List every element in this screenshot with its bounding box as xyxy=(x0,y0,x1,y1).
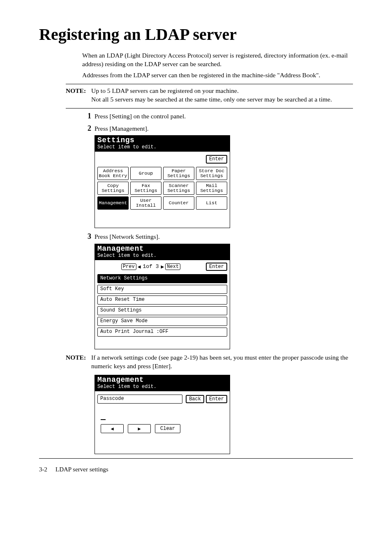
settings-item[interactable]: Store DocSettings xyxy=(196,167,227,180)
settings-item[interactable]: List xyxy=(196,196,227,210)
intro-p1: When an LDAP (Light Directory Access Pro… xyxy=(82,51,353,69)
settings-item[interactable]: CopySettings xyxy=(97,182,129,195)
page-footer: 3-2 LDAP server settings xyxy=(39,466,353,473)
divider xyxy=(66,108,353,108)
clear-button[interactable]: Clear xyxy=(155,424,180,433)
footer-page-number: 3-2 xyxy=(39,466,47,473)
note-label: NOTE: xyxy=(66,87,91,104)
enter-button[interactable]: Enter xyxy=(206,155,227,163)
note1-line1: Up to 5 LDAP servers can be registered o… xyxy=(91,87,353,95)
passcode-field[interactable]: Passcode xyxy=(97,395,182,404)
settings-grid: AddressBook EntryGroupPaperSettingsStore… xyxy=(97,167,227,210)
step-text: Press [Setting] on the control panel. xyxy=(95,112,186,121)
intro-block: When an LDAP (Light Directory Access Pro… xyxy=(82,51,353,80)
step-number: 1 xyxy=(82,112,91,121)
settings-item[interactable]: MailSettings xyxy=(196,182,227,195)
divider xyxy=(66,84,353,84)
lcd-title: Management xyxy=(97,245,227,252)
note2-text: If a network settings code (see page 2-1… xyxy=(91,353,353,371)
management-list: Network SettingsSoft KeyAuto Reset TimeS… xyxy=(97,274,227,337)
lcd-subtitle: Select item to edit. xyxy=(97,384,227,390)
step-number: 2 xyxy=(82,124,91,133)
lcd-title: Settings xyxy=(97,136,227,144)
passcode-input-area[interactable] xyxy=(101,409,119,420)
settings-item[interactable]: UserInstall xyxy=(130,196,161,210)
cursor-right-button[interactable]: ▶ xyxy=(128,424,151,433)
step-text: Press [Network Settings]. xyxy=(95,232,160,241)
management-item[interactable]: Energy Save Mode xyxy=(97,317,227,326)
enter-button[interactable]: Enter xyxy=(206,395,227,403)
management-item[interactable]: Auto Reset Time xyxy=(97,295,227,305)
note-label: NOTE: xyxy=(66,353,91,371)
lcd-title: Management xyxy=(97,376,227,383)
note-block-2: NOTE: If a network settings code (see pa… xyxy=(66,353,353,371)
management-item[interactable]: Network Settings xyxy=(97,274,227,283)
step-3: 3 Press [Network Settings]. xyxy=(82,232,353,241)
step-2: 2 Press [Management]. xyxy=(82,124,353,133)
settings-item[interactable]: FaxSettings xyxy=(130,182,161,195)
enter-button[interactable]: Enter xyxy=(206,263,227,271)
footer-section-title: LDAP server settings xyxy=(55,466,108,473)
management-item[interactable]: Auto Print Journal :OFF xyxy=(97,328,227,337)
cursor-left-button[interactable]: ◀ xyxy=(101,424,124,433)
management-item[interactable]: Soft Key xyxy=(97,285,227,294)
step-1: 1 Press [Setting] on the control panel. xyxy=(82,112,353,121)
settings-item[interactable]: PaperSettings xyxy=(163,167,194,180)
left-arrow-icon: ◀ xyxy=(138,263,141,270)
note1-line2: Not all 5 servers may be searched at the… xyxy=(91,95,353,104)
settings-item[interactable]: Counter xyxy=(163,196,194,210)
right-arrow-icon: ▶ xyxy=(161,263,164,270)
intro-p2: Addresses from the LDAP server can then … xyxy=(82,71,353,80)
settings-item[interactable]: AddressBook Entry xyxy=(97,167,129,180)
note-block-1: NOTE: Up to 5 LDAP servers can be regist… xyxy=(66,87,353,104)
next-button[interactable]: Next xyxy=(165,263,180,270)
settings-item[interactable]: ScannerSettings xyxy=(163,182,194,195)
lcd-subtitle: Select item to edit. xyxy=(97,144,227,150)
settings-item[interactable]: Management xyxy=(97,196,129,210)
step-text: Press [Management]. xyxy=(95,124,149,133)
management-item[interactable]: Sound Settings xyxy=(97,306,227,315)
page-title: Registering an LDAP server xyxy=(39,25,353,44)
back-button[interactable]: Back xyxy=(186,395,204,403)
lcd-settings-screen: Settings Select item to edit. Enter Addr… xyxy=(95,135,230,228)
lcd-subtitle: Select item to edit. xyxy=(97,253,227,259)
prev-button[interactable]: Prev xyxy=(121,263,136,270)
lcd-passcode-screen: Management Select item to edit. Passcode… xyxy=(95,375,230,454)
settings-item[interactable]: Group xyxy=(130,167,161,180)
lcd-management-screen: Management Select item to edit. Prev ◀ 1… xyxy=(95,244,230,349)
page-indicator: 1of 3 xyxy=(143,263,159,270)
step-number: 3 xyxy=(82,232,91,241)
divider xyxy=(39,458,353,459)
